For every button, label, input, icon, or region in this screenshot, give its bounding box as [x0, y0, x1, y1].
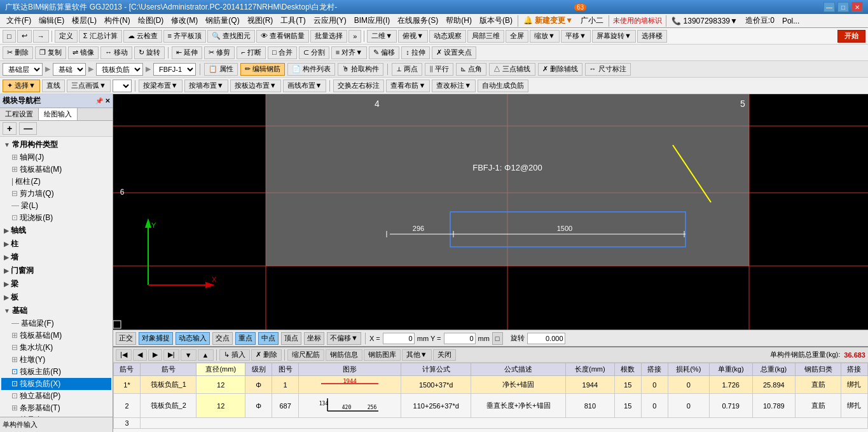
menu-cloud[interactable]: 云应用(Y): [310, 14, 350, 27]
cost-bean[interactable]: 造价豆:0: [741, 14, 778, 27]
tree-item-frame-column[interactable]: | 框柱(Z): [1, 176, 111, 188]
rebar-info-button[interactable]: 钢筋信息: [326, 349, 362, 361]
delete-row-button[interactable]: ✗ 删除: [251, 349, 282, 361]
ortho-button[interactable]: 正交: [116, 332, 136, 345]
set-grip-button[interactable]: ✗ 设置夹点: [432, 46, 476, 59]
batch-select-button[interactable]: 批量选择: [310, 30, 347, 43]
offset-button[interactable]: ✎ 偏移: [369, 46, 399, 59]
close-button[interactable]: ✕: [851, 2, 863, 12]
tree-group-wall[interactable]: ▶ 墙: [1, 251, 111, 264]
tree-item-strip-found[interactable]: ⊞ 条形基础(T): [1, 402, 111, 414]
cell-diameter[interactable]: 12: [196, 394, 245, 418]
start-button[interactable]: 开始: [837, 30, 865, 43]
menu-online[interactable]: 在线服务(S): [394, 14, 442, 27]
expand-button[interactable]: ▼: [181, 349, 196, 361]
vertex-button[interactable]: 顶点: [281, 332, 301, 345]
point-angle-button[interactable]: ⊾ 点角: [456, 63, 486, 76]
canvas-area[interactable]: 4 5 6 FBFJ-1: Φ12@200 296 1500: [113, 94, 868, 330]
menu-new-change[interactable]: 🔔 新建变更▼: [520, 14, 577, 27]
select-floor-button[interactable]: 选择楼: [637, 30, 667, 43]
mirror-button[interactable]: ⇌ 镜像: [68, 46, 99, 59]
by-board-edge-button[interactable]: 按板边布置▼: [230, 80, 281, 92]
other-button[interactable]: 其他▼: [402, 349, 432, 361]
collapse-button[interactable]: ▲: [198, 349, 214, 361]
tree-item-raft2[interactable]: ⊞ 筏板基础(M): [1, 330, 111, 342]
insert-row-button[interactable]: ↳ 插入: [219, 349, 250, 361]
align-button[interactable]: ≡ 对齐▼: [331, 46, 367, 59]
line-tool-button[interactable]: 直线: [42, 80, 65, 92]
tree-group-beam[interactable]: ▶ 梁: [1, 277, 111, 291]
tree-group-common[interactable]: ▼ 常用构件类型: [1, 138, 111, 151]
pol[interactable]: Pol...: [778, 15, 803, 27]
rebar-library-button[interactable]: 钢筋图库: [364, 349, 401, 361]
pick-element-tab-button[interactable]: 🖱 拾取构件: [338, 63, 383, 76]
view-rebar-layout-button[interactable]: 查看布筋▼: [386, 80, 430, 92]
nav-pin-button[interactable]: 📌 ✕: [95, 97, 110, 104]
nav-footer[interactable]: 单构件输入: [0, 417, 113, 432]
tree-item-shear-wall[interactable]: ⊟ 剪力墙(Q): [1, 188, 111, 200]
table-row[interactable]: 1* 筏板负筋_1 12 Φ 1 1944: [114, 376, 868, 394]
cloud-check-button[interactable]: ☁ 云检查: [123, 30, 162, 43]
define-button[interactable]: 定义: [55, 30, 78, 43]
menu-guangxiao[interactable]: 广小二: [577, 14, 607, 27]
two-point-button[interactable]: ⊥ 两点: [392, 63, 422, 76]
edit-rebar-tab-button[interactable]: ✏ 编辑钢筋: [240, 63, 285, 76]
nav-remove-button[interactable]: —: [19, 122, 37, 135]
dim-annotate-button[interactable]: ↔ 尺寸标注: [585, 63, 631, 76]
redo-button[interactable]: →: [33, 30, 49, 43]
coord-button[interactable]: 坐标: [304, 332, 324, 345]
arc-tool-button[interactable]: 三点画弧▼: [67, 80, 111, 92]
tree-item-raft-neg-rebar[interactable]: ⊡ 筏板负筋(X): [1, 378, 111, 390]
nav-tab-draw[interactable]: 绘图输入: [39, 108, 78, 120]
phone-number[interactable]: 📞 13907298339▼: [668, 15, 741, 27]
menu-file[interactable]: 文件(F): [3, 14, 35, 27]
coord-sys-button[interactable]: □: [492, 332, 503, 345]
dynamic-input-button[interactable]: 动态输入: [176, 332, 210, 345]
three-point-aux-button[interactable]: △ 三点辅线: [489, 63, 535, 76]
menu-view[interactable]: 视图(R): [244, 14, 277, 27]
tree-item-beam[interactable]: — 梁(L): [1, 200, 111, 212]
table-container[interactable]: 筋号 筋号 直径(mm) 级别 图号 图形 计算公式 公式描述 长度(mm) 根…: [113, 363, 868, 432]
tree-item-indep-found[interactable]: ⊡ 独立基础(P): [1, 390, 111, 402]
by-wall-button[interactable]: 按墙布置▼: [184, 80, 228, 92]
category-dropdown[interactable]: 基础: [53, 63, 86, 76]
new-button[interactable]: □: [3, 30, 16, 43]
table-row[interactable]: 3: [114, 418, 868, 429]
align-top-button[interactable]: ≡ 齐平板顶: [163, 30, 206, 43]
tree-group-column[interactable]: ▶ 柱: [1, 237, 111, 251]
select-tool-button[interactable]: ✦ 选择▼: [3, 80, 40, 92]
tree-item-found-beam[interactable]: — 基础梁(F): [1, 317, 111, 330]
auto-gen-neg-button[interactable]: 自动生成负筋: [478, 80, 528, 92]
table-row[interactable]: 2 筏板负筋_2 12 Φ 687: [114, 394, 868, 418]
next-record-button[interactable]: ▶: [148, 349, 162, 361]
nav-add-button[interactable]: +: [3, 122, 17, 135]
midpoint-button[interactable]: 中点: [258, 332, 279, 345]
tree-item-sump[interactable]: ⊟ 集水坑(K): [1, 342, 111, 354]
zoom-button[interactable]: 缩放▼: [530, 30, 560, 43]
rotation-input[interactable]: [527, 333, 565, 344]
maximize-button[interactable]: □: [837, 2, 849, 12]
merge-button[interactable]: □ 合并: [268, 46, 297, 59]
fullscreen-button[interactable]: 全屏: [506, 30, 528, 43]
prev-record-button[interactable]: ◀: [133, 349, 147, 361]
menu-help[interactable]: 帮助(H): [442, 14, 476, 27]
cell-diameter[interactable]: 12: [196, 376, 245, 394]
menu-tools[interactable]: 工具(T): [277, 14, 309, 27]
dynamic-view-button[interactable]: 动态观察: [429, 30, 466, 43]
minimize-button[interactable]: —: [823, 2, 835, 12]
view-annotation-button[interactable]: 查改标注▼: [432, 80, 476, 92]
local-3d-button[interactable]: 局部三维: [467, 30, 504, 43]
split-button[interactable]: ⊂ 分割: [299, 46, 329, 59]
last-record-button[interactable]: ▶|: [163, 349, 179, 361]
break-button[interactable]: ⌐ 打断: [237, 46, 265, 59]
menu-draw[interactable]: 绘图(D): [134, 14, 168, 27]
menu-bim[interactable]: BIM应用(I): [350, 14, 394, 27]
find-element-button[interactable]: 🔍 查找图元: [207, 30, 255, 43]
summary-button[interactable]: Σ 汇总计算: [79, 30, 122, 43]
menu-element[interactable]: 构件(N): [100, 14, 134, 27]
tree-group-axis[interactable]: ▶ 轴线: [1, 224, 111, 237]
menu-modify[interactable]: 修改(M): [167, 14, 202, 27]
top-view-button[interactable]: 俯视▼: [398, 30, 428, 43]
undo-button[interactable]: ↩: [17, 30, 32, 43]
nav-tab-project[interactable]: 工程设置: [0, 108, 39, 120]
